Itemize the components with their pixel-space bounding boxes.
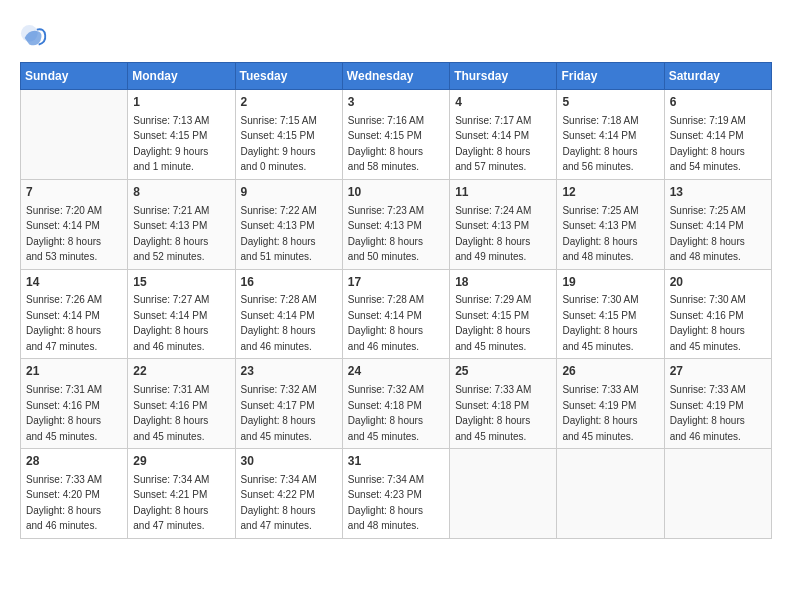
- day-number: 31: [348, 453, 444, 470]
- day-info: Sunrise: 7:33 AM Sunset: 4:19 PM Dayligh…: [562, 384, 638, 442]
- day-info: Sunrise: 7:30 AM Sunset: 4:15 PM Dayligh…: [562, 294, 638, 352]
- column-header-friday: Friday: [557, 63, 664, 90]
- day-number: 12: [562, 184, 658, 201]
- column-header-sunday: Sunday: [21, 63, 128, 90]
- day-number: 3: [348, 94, 444, 111]
- day-number: 19: [562, 274, 658, 291]
- week-row-1: 1Sunrise: 7:13 AM Sunset: 4:15 PM Daylig…: [21, 90, 772, 180]
- day-info: Sunrise: 7:18 AM Sunset: 4:14 PM Dayligh…: [562, 115, 638, 173]
- calendar-cell: 13Sunrise: 7:25 AM Sunset: 4:14 PM Dayli…: [664, 179, 771, 269]
- day-number: 18: [455, 274, 551, 291]
- calendar-cell: 27Sunrise: 7:33 AM Sunset: 4:19 PM Dayli…: [664, 359, 771, 449]
- week-row-4: 21Sunrise: 7:31 AM Sunset: 4:16 PM Dayli…: [21, 359, 772, 449]
- day-number: 9: [241, 184, 337, 201]
- day-info: Sunrise: 7:33 AM Sunset: 4:19 PM Dayligh…: [670, 384, 746, 442]
- calendar-cell: 22Sunrise: 7:31 AM Sunset: 4:16 PM Dayli…: [128, 359, 235, 449]
- day-info: Sunrise: 7:32 AM Sunset: 4:18 PM Dayligh…: [348, 384, 424, 442]
- day-number: 17: [348, 274, 444, 291]
- column-header-wednesday: Wednesday: [342, 63, 449, 90]
- column-header-tuesday: Tuesday: [235, 63, 342, 90]
- day-info: Sunrise: 7:15 AM Sunset: 4:15 PM Dayligh…: [241, 115, 317, 173]
- day-number: 16: [241, 274, 337, 291]
- day-info: Sunrise: 7:21 AM Sunset: 4:13 PM Dayligh…: [133, 205, 209, 263]
- day-number: 30: [241, 453, 337, 470]
- day-number: 23: [241, 363, 337, 380]
- calendar-cell: 28Sunrise: 7:33 AM Sunset: 4:20 PM Dayli…: [21, 449, 128, 539]
- calendar-cell: [21, 90, 128, 180]
- calendar-cell: [664, 449, 771, 539]
- day-info: Sunrise: 7:28 AM Sunset: 4:14 PM Dayligh…: [348, 294, 424, 352]
- day-number: 21: [26, 363, 122, 380]
- day-number: 11: [455, 184, 551, 201]
- day-number: 1: [133, 94, 229, 111]
- calendar-cell: 19Sunrise: 7:30 AM Sunset: 4:15 PM Dayli…: [557, 269, 664, 359]
- day-number: 26: [562, 363, 658, 380]
- day-number: 4: [455, 94, 551, 111]
- day-number: 20: [670, 274, 766, 291]
- calendar-cell: 12Sunrise: 7:25 AM Sunset: 4:13 PM Dayli…: [557, 179, 664, 269]
- day-info: Sunrise: 7:19 AM Sunset: 4:14 PM Dayligh…: [670, 115, 746, 173]
- week-row-3: 14Sunrise: 7:26 AM Sunset: 4:14 PM Dayli…: [21, 269, 772, 359]
- day-info: Sunrise: 7:24 AM Sunset: 4:13 PM Dayligh…: [455, 205, 531, 263]
- day-info: Sunrise: 7:17 AM Sunset: 4:14 PM Dayligh…: [455, 115, 531, 173]
- calendar-cell: 29Sunrise: 7:34 AM Sunset: 4:21 PM Dayli…: [128, 449, 235, 539]
- day-number: 27: [670, 363, 766, 380]
- day-number: 15: [133, 274, 229, 291]
- day-number: 25: [455, 363, 551, 380]
- day-info: Sunrise: 7:13 AM Sunset: 4:15 PM Dayligh…: [133, 115, 209, 173]
- calendar-cell: 14Sunrise: 7:26 AM Sunset: 4:14 PM Dayli…: [21, 269, 128, 359]
- day-number: 28: [26, 453, 122, 470]
- day-info: Sunrise: 7:28 AM Sunset: 4:14 PM Dayligh…: [241, 294, 317, 352]
- day-info: Sunrise: 7:25 AM Sunset: 4:13 PM Dayligh…: [562, 205, 638, 263]
- calendar-cell: 1Sunrise: 7:13 AM Sunset: 4:15 PM Daylig…: [128, 90, 235, 180]
- calendar-cell: 3Sunrise: 7:16 AM Sunset: 4:15 PM Daylig…: [342, 90, 449, 180]
- day-info: Sunrise: 7:23 AM Sunset: 4:13 PM Dayligh…: [348, 205, 424, 263]
- day-info: Sunrise: 7:29 AM Sunset: 4:15 PM Dayligh…: [455, 294, 531, 352]
- calendar-cell: 2Sunrise: 7:15 AM Sunset: 4:15 PM Daylig…: [235, 90, 342, 180]
- calendar-cell: 21Sunrise: 7:31 AM Sunset: 4:16 PM Dayli…: [21, 359, 128, 449]
- day-info: Sunrise: 7:31 AM Sunset: 4:16 PM Dayligh…: [26, 384, 102, 442]
- day-number: 10: [348, 184, 444, 201]
- calendar-cell: 18Sunrise: 7:29 AM Sunset: 4:15 PM Dayli…: [450, 269, 557, 359]
- calendar-cell: [450, 449, 557, 539]
- calendar-cell: 7Sunrise: 7:20 AM Sunset: 4:14 PM Daylig…: [21, 179, 128, 269]
- column-header-monday: Monday: [128, 63, 235, 90]
- calendar-cell: 25Sunrise: 7:33 AM Sunset: 4:18 PM Dayli…: [450, 359, 557, 449]
- column-header-saturday: Saturday: [664, 63, 771, 90]
- column-header-thursday: Thursday: [450, 63, 557, 90]
- day-info: Sunrise: 7:20 AM Sunset: 4:14 PM Dayligh…: [26, 205, 102, 263]
- day-number: 8: [133, 184, 229, 201]
- logo-icon: [20, 24, 48, 52]
- calendar-cell: 24Sunrise: 7:32 AM Sunset: 4:18 PM Dayli…: [342, 359, 449, 449]
- calendar-cell: 10Sunrise: 7:23 AM Sunset: 4:13 PM Dayli…: [342, 179, 449, 269]
- calendar-cell: 11Sunrise: 7:24 AM Sunset: 4:13 PM Dayli…: [450, 179, 557, 269]
- day-number: 14: [26, 274, 122, 291]
- page-header: [20, 20, 772, 52]
- day-info: Sunrise: 7:34 AM Sunset: 4:22 PM Dayligh…: [241, 474, 317, 532]
- calendar-cell: 6Sunrise: 7:19 AM Sunset: 4:14 PM Daylig…: [664, 90, 771, 180]
- day-number: 5: [562, 94, 658, 111]
- day-info: Sunrise: 7:16 AM Sunset: 4:15 PM Dayligh…: [348, 115, 424, 173]
- day-info: Sunrise: 7:27 AM Sunset: 4:14 PM Dayligh…: [133, 294, 209, 352]
- calendar-header-row: SundayMondayTuesdayWednesdayThursdayFrid…: [21, 63, 772, 90]
- day-info: Sunrise: 7:34 AM Sunset: 4:21 PM Dayligh…: [133, 474, 209, 532]
- calendar-cell: 16Sunrise: 7:28 AM Sunset: 4:14 PM Dayli…: [235, 269, 342, 359]
- day-number: 13: [670, 184, 766, 201]
- calendar-cell: 23Sunrise: 7:32 AM Sunset: 4:17 PM Dayli…: [235, 359, 342, 449]
- day-info: Sunrise: 7:32 AM Sunset: 4:17 PM Dayligh…: [241, 384, 317, 442]
- day-info: Sunrise: 7:31 AM Sunset: 4:16 PM Dayligh…: [133, 384, 209, 442]
- calendar-cell: 5Sunrise: 7:18 AM Sunset: 4:14 PM Daylig…: [557, 90, 664, 180]
- calendar-cell: 26Sunrise: 7:33 AM Sunset: 4:19 PM Dayli…: [557, 359, 664, 449]
- calendar-cell: 20Sunrise: 7:30 AM Sunset: 4:16 PM Dayli…: [664, 269, 771, 359]
- day-info: Sunrise: 7:33 AM Sunset: 4:18 PM Dayligh…: [455, 384, 531, 442]
- calendar-cell: 15Sunrise: 7:27 AM Sunset: 4:14 PM Dayli…: [128, 269, 235, 359]
- calendar-cell: 8Sunrise: 7:21 AM Sunset: 4:13 PM Daylig…: [128, 179, 235, 269]
- week-row-2: 7Sunrise: 7:20 AM Sunset: 4:14 PM Daylig…: [21, 179, 772, 269]
- day-number: 22: [133, 363, 229, 380]
- day-info: Sunrise: 7:26 AM Sunset: 4:14 PM Dayligh…: [26, 294, 102, 352]
- calendar-cell: 17Sunrise: 7:28 AM Sunset: 4:14 PM Dayli…: [342, 269, 449, 359]
- day-number: 24: [348, 363, 444, 380]
- day-number: 2: [241, 94, 337, 111]
- calendar-cell: [557, 449, 664, 539]
- calendar-cell: 9Sunrise: 7:22 AM Sunset: 4:13 PM Daylig…: [235, 179, 342, 269]
